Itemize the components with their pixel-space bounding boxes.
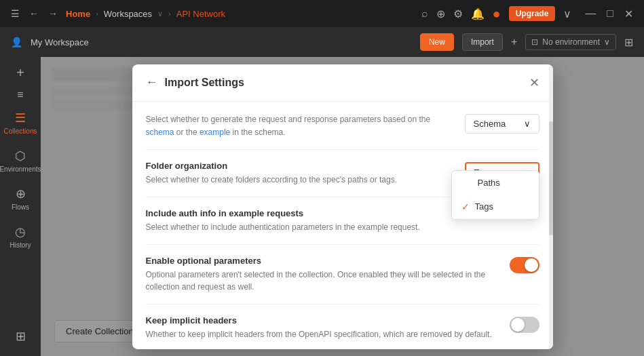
nav-forward-button[interactable]: → bbox=[45, 7, 60, 20]
dropdown-tags-item[interactable]: ✓ Tags bbox=[452, 195, 539, 219]
collections-icon: ☰ bbox=[15, 111, 26, 125]
window-controls: — □ ✕ bbox=[582, 7, 636, 20]
implicit-toggle-knob bbox=[511, 318, 525, 332]
flows-icon: ⊕ bbox=[16, 186, 26, 201]
optional-toggle-knob bbox=[525, 258, 538, 272]
optional-section: Enable optional parameters Optional para… bbox=[146, 245, 539, 304]
maximize-button[interactable]: □ bbox=[604, 7, 616, 20]
content-area: + ≡ ☰ Collections ⬡ Environments ⊕ Flows… bbox=[0, 57, 644, 356]
env-no-env-icon: ⊡ bbox=[531, 37, 538, 47]
tags-label: Tags bbox=[475, 201, 493, 212]
nav-menu-button[interactable]: ☰ bbox=[8, 7, 22, 20]
schema-desc-3: in the schema. bbox=[230, 127, 285, 137]
new-button[interactable]: New bbox=[420, 33, 454, 51]
implicit-control[interactable] bbox=[510, 315, 539, 333]
paths-label: Paths bbox=[478, 178, 500, 188]
sidebar-item-flows[interactable]: ⊕ Flows bbox=[0, 182, 41, 215]
sidebar-item-bottom[interactable]: ⊞ bbox=[0, 325, 41, 348]
folder-text: Folder organization Select whether to cr… bbox=[146, 161, 454, 186]
gear-icon[interactable]: ⚙ bbox=[453, 7, 463, 20]
implicit-title: Keep implicit headers bbox=[146, 315, 499, 325]
sep2: › bbox=[168, 9, 171, 18]
sep1: › bbox=[96, 9, 98, 18]
schema-dropdown-chevron-icon: ∨ bbox=[524, 119, 531, 129]
upgrade-button[interactable]: Upgrade bbox=[509, 6, 556, 21]
titlebar: ☰ ← → Home › Workspaces ∨ › API Network … bbox=[0, 0, 644, 27]
modal-body: Select whether to generate the request a… bbox=[132, 102, 553, 349]
optional-control[interactable] bbox=[510, 256, 539, 273]
schema-dropdown-control: Schema ∨ bbox=[465, 113, 539, 134]
history-label: History bbox=[10, 241, 31, 249]
topbar: 👤 My Workspace New Import + ⊡ No environ… bbox=[0, 27, 644, 57]
optional-desc: Optional parameters aren't selected in t… bbox=[146, 269, 499, 293]
import-button[interactable]: Import bbox=[462, 33, 503, 51]
topbar-plus-button[interactable]: + bbox=[511, 36, 517, 48]
sidebar-add-button[interactable]: + bbox=[16, 65, 24, 81]
schema-dropdown-value: Schema bbox=[474, 119, 506, 129]
avatar-icon[interactable]: ● bbox=[493, 6, 501, 22]
optional-title: Enable optional parameters bbox=[146, 256, 499, 266]
schema-link[interactable]: schema bbox=[146, 127, 174, 137]
grid-button[interactable]: ⊞ bbox=[624, 36, 633, 49]
optional-text: Enable optional parameters Optional para… bbox=[146, 256, 499, 293]
sidebar-filter-button[interactable]: ≡ bbox=[17, 89, 23, 101]
env-label: No environment bbox=[542, 37, 600, 47]
implicit-toggle[interactable] bbox=[510, 317, 539, 333]
search-icon[interactable]: ⌕ bbox=[421, 7, 428, 20]
folder-desc: Select whether to create folders accordi… bbox=[146, 174, 454, 186]
main-area: 👤 My Workspace New Import + ⊡ No environ… bbox=[0, 27, 644, 356]
nav-controls: ☰ ← → bbox=[8, 7, 60, 20]
folder-dropdown-menu: Paths ✓ Tags bbox=[451, 170, 539, 220]
modal-close-button[interactable]: ✕ bbox=[529, 75, 539, 90]
schema-dropdown[interactable]: Schema ∨ bbox=[465, 114, 539, 134]
example-link[interactable]: example bbox=[200, 127, 230, 137]
folder-title: Folder organization bbox=[146, 161, 454, 171]
schema-section: Select whether to generate the request a… bbox=[146, 102, 539, 150]
sidebar-item-history[interactable]: ◷ History bbox=[0, 220, 41, 253]
modal-title: Import Settings bbox=[165, 77, 529, 89]
collections-label: Collections bbox=[4, 127, 37, 135]
environments-icon: ⬡ bbox=[15, 149, 26, 163]
implicit-text: Keep implicit headers Whether to keep im… bbox=[146, 315, 499, 340]
environment-selector[interactable]: ⊡ No environment ∨ bbox=[525, 34, 616, 50]
bottom-icon: ⊞ bbox=[16, 329, 26, 344]
schema-desc: Select whether to generate the request a… bbox=[146, 113, 454, 138]
minimize-button[interactable]: — bbox=[582, 7, 599, 20]
scrollbar-track[interactable] bbox=[549, 64, 553, 349]
workspaces-chevron: ∨ bbox=[157, 9, 163, 18]
workspace-icon: 👤 bbox=[11, 37, 22, 47]
nav-back-button[interactable]: ← bbox=[26, 7, 41, 20]
sidebar: + ≡ ☰ Collections ⬡ Environments ⊕ Flows… bbox=[0, 57, 41, 356]
panel: Create Collection ← Import Settings ✕ bbox=[41, 57, 644, 356]
environments-label: Environments bbox=[0, 165, 41, 173]
modal-overlay: ← Import Settings ✕ Select whether to ge… bbox=[41, 57, 644, 356]
api-network-link[interactable]: API Network bbox=[176, 9, 225, 19]
schema-desc-1: Select whether to generate the request a… bbox=[146, 115, 431, 124]
optional-toggle[interactable] bbox=[510, 257, 539, 273]
scrollbar-thumb[interactable] bbox=[549, 121, 553, 235]
sidebar-item-environments[interactable]: ⬡ Environments bbox=[0, 144, 41, 177]
workspaces-link[interactable]: Workspaces bbox=[104, 9, 152, 19]
add-user-icon[interactable]: ⊕ bbox=[436, 7, 445, 20]
home-link[interactable]: Home bbox=[66, 9, 90, 19]
folder-section: Folder organization Select whether to cr… bbox=[146, 150, 539, 197]
folder-dropdown-control: Tags ∨ Paths bbox=[465, 161, 539, 183]
modal-header: ← Import Settings ✕ bbox=[132, 64, 553, 102]
sidebar-item-collections[interactable]: ☰ Collections bbox=[0, 106, 41, 139]
schema-desc-text: Select whether to generate the request a… bbox=[146, 115, 431, 137]
flows-label: Flows bbox=[12, 203, 29, 211]
import-settings-modal: ← Import Settings ✕ Select whether to ge… bbox=[132, 64, 553, 349]
implicit-section: Keep implicit headers Whether to keep im… bbox=[146, 304, 539, 349]
close-button[interactable]: ✕ bbox=[622, 7, 636, 20]
env-chevron-icon: ∨ bbox=[604, 37, 610, 47]
modal-back-button[interactable]: ← bbox=[146, 75, 158, 90]
auth-desc: Select whether to include authentication… bbox=[146, 221, 529, 233]
upgrade-chevron-icon[interactable]: ∨ bbox=[563, 7, 571, 20]
schema-desc-2: or the bbox=[174, 127, 200, 137]
tags-check-icon: ✓ bbox=[461, 201, 470, 212]
history-icon: ◷ bbox=[15, 224, 26, 239]
dropdown-paths-item[interactable]: Paths bbox=[452, 171, 539, 195]
bell-icon[interactable]: 🔔 bbox=[471, 7, 485, 20]
workspace-label: My Workspace bbox=[31, 37, 89, 47]
implicit-desc: Whether to keep implicit headers from th… bbox=[146, 328, 499, 340]
